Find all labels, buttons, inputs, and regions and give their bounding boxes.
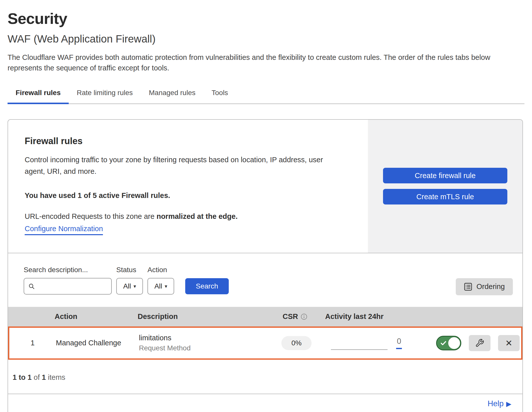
summary-count: 1	[42, 373, 46, 381]
csr-badge: 0%	[281, 336, 312, 350]
help-row: Help▶	[8, 394, 522, 412]
status-label: Status	[116, 266, 143, 274]
activity-sparkline	[331, 336, 388, 350]
security-waf-page: Security WAF (Web Application Firewall) …	[0, 10, 532, 412]
rule-description: limitations	[139, 334, 271, 342]
activity-column-header: Activity last 24hr	[316, 312, 422, 321]
tab-bar: Firewall rules Rate limiting rules Manag…	[8, 85, 524, 104]
summary-items: items	[46, 373, 65, 381]
search-label: Search description...	[24, 266, 112, 274]
check-icon	[440, 340, 447, 347]
description-column-header: Description	[138, 312, 272, 321]
help-link[interactable]: Help▶	[487, 399, 511, 408]
status-select[interactable]: All ▾	[116, 278, 143, 295]
action-label: Action	[147, 266, 174, 274]
normalization-prefix: URL-encoded Requests to this zone are	[25, 212, 157, 220]
action-select-value: All	[154, 282, 162, 290]
toggle-knob	[448, 337, 460, 349]
close-icon: ✕	[505, 339, 513, 347]
actions-panel: Create firewall rule Create mTLS rule	[368, 120, 522, 253]
delete-rule-button[interactable]: ✕	[498, 335, 520, 351]
create-firewall-rule-button[interactable]: Create firewall rule	[383, 168, 507, 183]
page-subtitle: WAF (Web Application Firewall)	[8, 33, 524, 45]
configure-normalization-link[interactable]: Configure Normalization	[25, 225, 103, 235]
rule-activity-cell: 0	[315, 336, 421, 350]
ordering-button-label: Ordering	[476, 282, 505, 291]
edit-rule-button[interactable]	[469, 335, 490, 351]
summary-of: of	[32, 373, 42, 381]
search-icon	[28, 282, 35, 290]
tab-managed-rules[interactable]: Managed rules	[141, 85, 204, 103]
panel-title: Firewall rules	[25, 136, 345, 146]
info-icon[interactable]	[300, 313, 308, 320]
ordering-button[interactable]: Ordering	[456, 278, 513, 295]
panel-description: Control incoming traffic to your zone by…	[25, 154, 345, 177]
list-ordering-icon	[464, 282, 472, 291]
rule-enabled-toggle[interactable]	[436, 336, 461, 350]
action-select[interactable]: All ▾	[147, 278, 174, 295]
csr-column-header: CSR	[272, 312, 316, 321]
rule-priority: 1	[9, 339, 56, 347]
wrench-icon	[475, 339, 484, 348]
table-header: Action Description CSR Activity last 24h…	[8, 307, 522, 326]
tab-tools[interactable]: Tools	[204, 85, 236, 103]
table-row-rule-1[interactable]: 1 Managed Challenge limitations Request …	[8, 326, 522, 360]
firewall-rules-summary-section: Firewall rules Control incoming traffic …	[8, 120, 522, 253]
firewall-rules-card: Firewall rules Control incoming traffic …	[8, 119, 523, 412]
normalization-bold: normalized at the edge.	[157, 212, 238, 220]
chevron-down-icon: ▾	[134, 284, 136, 289]
status-select-value: All	[123, 282, 131, 290]
activity-count-link[interactable]: 0	[396, 337, 402, 349]
search-button[interactable]: Search	[185, 278, 229, 294]
summary-range: 1 to 1	[13, 373, 32, 381]
items-summary: 1 to 1 of 1 items	[8, 360, 522, 394]
normalization-text: URL-encoded Requests to this zone are no…	[25, 212, 345, 221]
csr-column-label: CSR	[283, 312, 298, 321]
rule-expression: Request Method	[139, 344, 271, 352]
create-mtls-rule-button[interactable]: Create mTLS rule	[383, 189, 507, 204]
rule-controls-cell: ✕	[421, 335, 521, 351]
page-title: Security	[8, 10, 524, 27]
search-input[interactable]	[37, 282, 107, 291]
arrow-right-icon: ▶	[506, 400, 511, 408]
search-input-wrapper	[24, 278, 112, 295]
tab-rate-limiting-rules[interactable]: Rate limiting rules	[69, 85, 141, 103]
rule-action: Managed Challenge	[56, 339, 139, 347]
filter-bar: Search description... Status All ▾ Actio…	[8, 253, 522, 307]
rule-csr-cell: 0%	[271, 336, 315, 350]
page-description: The Cloudflare WAF provides both automat…	[8, 52, 523, 73]
help-label: Help	[487, 399, 504, 408]
usage-text: You have used 1 of 5 active Firewall rul…	[25, 191, 345, 200]
chevron-down-icon: ▾	[165, 284, 167, 289]
tab-firewall-rules[interactable]: Firewall rules	[8, 85, 69, 103]
action-column-header: Action	[55, 312, 138, 321]
rule-description-cell: limitations Request Method	[139, 334, 271, 352]
